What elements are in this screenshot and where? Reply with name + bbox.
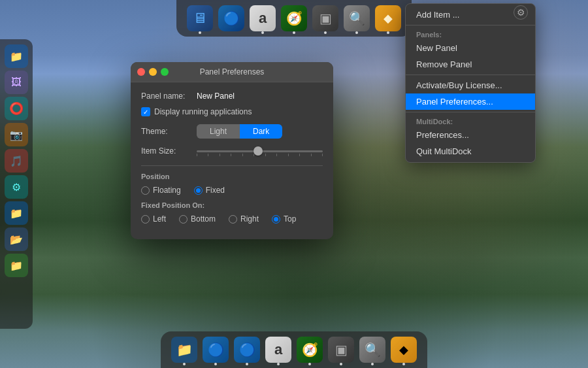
window-close-button[interactable] (137, 68, 145, 76)
display-running-apps-checkbox[interactable] (141, 107, 150, 116)
sidebar-icon-gear[interactable]: ⚙ (5, 175, 28, 199)
fixed-left-label: Left (153, 214, 166, 224)
window-content: Panel name: New Panel Display running ap… (131, 82, 333, 239)
fixed-right-option[interactable]: Right (229, 214, 259, 224)
tick (322, 154, 323, 156)
menu-multidock-section: MultiDock: (406, 114, 535, 127)
menu-separator-3 (406, 112, 535, 112)
window-titlebar: Panel Preferenses (131, 62, 333, 82)
gear-icon: ⚙ (517, 7, 525, 18)
tick (265, 154, 266, 156)
item-size-label: Item Size: (141, 146, 197, 156)
fixed-right-radio[interactable] (229, 215, 237, 224)
tick (231, 154, 231, 156)
menu-quit[interactable]: Quit MultiDock (406, 143, 535, 159)
panel-name-label: Panel name: (141, 92, 197, 101)
panel-name-row: Panel name: New Panel (141, 92, 323, 101)
bottom-dock-finder[interactable]: 🔵 (203, 337, 229, 363)
panel-preferences-window: Panel Preferenses Panel name: New Panel … (131, 62, 333, 239)
window-minimize-button[interactable] (149, 68, 157, 76)
tick (220, 154, 220, 156)
tick (311, 154, 312, 156)
theme-dark-button[interactable]: Dark (240, 124, 282, 139)
item-size-row: Item Size: (141, 145, 323, 156)
bottom-dock-sketch-box[interactable]: ▣ (328, 337, 354, 363)
sidebar-icon-folder2[interactable]: 📁 (5, 201, 28, 225)
fixed-left-radio[interactable] (141, 215, 150, 224)
display-running-apps-row: Display running applications (141, 107, 323, 116)
left-sidebar: 📁 🖼 ⭕ 📷 🎵 ⚙ 📁 📂 📁 (0, 39, 33, 329)
menu-remove-panel[interactable]: Remove Panel (406, 56, 535, 73)
position-row: Floating Fixed (141, 186, 323, 195)
menu-panels-section: Panels: (406, 27, 535, 40)
position-fixed-label: Fixed (206, 186, 225, 195)
tick (299, 154, 300, 156)
multidock-gear-button[interactable]: ⚙ (514, 5, 528, 20)
sidebar-icon-circle[interactable]: ⭕ (5, 97, 28, 120)
bottom-dock: 📁 🔵 🔵 a 🧭 ▣ 🔍 ◆ (161, 331, 427, 368)
top-dock: 🖥 🔵 a 🧭 ▣ 🔍 ◆ (176, 0, 412, 37)
dock-icon-sketch-box[interactable]: ▣ (312, 5, 338, 31)
position-floating-radio[interactable] (141, 186, 150, 195)
menu-separator-2 (406, 75, 535, 75)
context-menu: Add Item ... Panels: New Panel Remove Pa… (405, 3, 536, 163)
fixed-left-option[interactable]: Left (141, 214, 166, 224)
dock-icon-finder[interactable]: 🔵 (218, 5, 244, 31)
fixed-bottom-label: Bottom (191, 214, 216, 224)
divider-1 (141, 165, 323, 166)
sidebar-icon-camera[interactable]: 📷 (5, 123, 28, 146)
bottom-dock-font[interactable]: a (265, 337, 291, 363)
bottom-dock-folder[interactable]: 📁 (171, 337, 197, 363)
bottom-dock-finder2[interactable]: 🔵 (234, 337, 260, 363)
tick (288, 154, 289, 156)
menu-panel-preferences[interactable]: Panel Preferences... (406, 93, 535, 110)
dock-icon-monitor[interactable]: 🖥 (187, 5, 213, 31)
bottom-dock-magnify[interactable]: 🔍 (359, 337, 385, 363)
sidebar-icon-img[interactable]: 🖼 (5, 71, 28, 94)
position-floating-label: Floating (153, 186, 181, 195)
tick (276, 154, 277, 156)
position-fixed-option[interactable]: Fixed (194, 186, 225, 195)
theme-toggle: Light Dark (197, 124, 282, 139)
item-size-slider-thumb[interactable] (253, 146, 263, 156)
dock-icon-diamond[interactable]: ◆ (375, 5, 401, 31)
fixed-right-label: Right (240, 214, 259, 224)
theme-row: Theme: Light Dark (141, 124, 323, 139)
fixed-top-radio[interactable] (272, 215, 280, 224)
fixed-bottom-radio[interactable] (179, 215, 188, 224)
fixed-bottom-option[interactable]: Bottom (179, 214, 216, 224)
tick (208, 154, 208, 156)
tick (242, 154, 243, 156)
window-maximize-button[interactable] (161, 68, 169, 76)
sidebar-icon-folder3[interactable]: 📂 (5, 227, 28, 251)
sidebar-icon-music[interactable]: 🎵 (5, 149, 28, 173)
menu-separator-1 (406, 25, 535, 25)
display-running-apps-label: Display running applications (154, 107, 252, 116)
sidebar-icon-folder1[interactable]: 📁 (5, 44, 28, 68)
position-floating-option[interactable]: Floating (141, 186, 181, 195)
dock-icon-magnify[interactable]: 🔍 (344, 5, 370, 31)
position-fixed-radio-fill (196, 188, 201, 193)
tick (197, 154, 197, 156)
fixed-top-label: Top (284, 214, 296, 224)
position-fixed-radio[interactable] (194, 186, 203, 195)
bottom-dock-safari[interactable]: 🧭 (297, 337, 323, 363)
fixed-top-option[interactable]: Top (272, 214, 296, 224)
window-controls (137, 68, 169, 76)
window-title: Panel Preferenses (200, 67, 265, 76)
fixed-top-radio-fill (274, 217, 278, 222)
dock-icon-safari[interactable]: 🧭 (281, 5, 307, 31)
menu-activate-buy[interactable]: Activate/Buy License... (406, 77, 535, 93)
bottom-dock-diamond[interactable]: ◆ (391, 337, 417, 363)
item-size-slider-container (197, 145, 323, 156)
sidebar-icon-folder4[interactable]: 📁 (5, 254, 28, 277)
menu-new-panel[interactable]: New Panel (406, 40, 535, 56)
panel-name-value: New Panel (197, 92, 235, 101)
item-size-slider-track (197, 150, 323, 152)
fixed-position-row: Left Bottom Right Top (141, 214, 323, 224)
dock-icon-font[interactable]: a (250, 5, 276, 31)
theme-label: Theme: (141, 127, 197, 136)
fixed-position-label: Fixed Position On: (141, 201, 323, 209)
theme-light-button[interactable]: Light (197, 124, 240, 139)
menu-preferences[interactable]: Preferences... (406, 127, 535, 143)
